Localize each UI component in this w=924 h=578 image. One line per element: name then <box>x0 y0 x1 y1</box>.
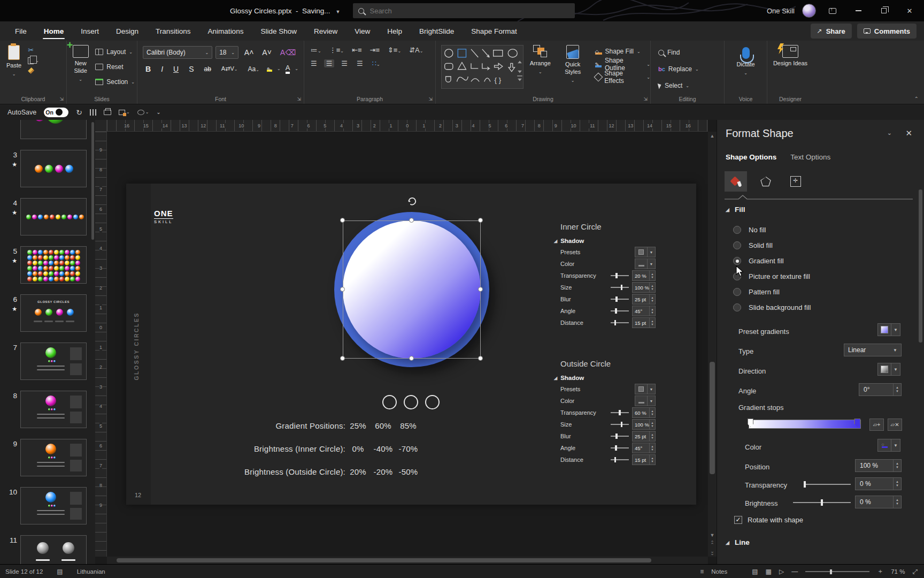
align-center-button[interactable]: ☰ <box>324 59 335 67</box>
font-color-button[interactable]: A <box>286 64 290 74</box>
radio-icon[interactable] <box>733 288 741 296</box>
shadow-section-header[interactable]: ◢Shadow <box>554 238 656 244</box>
slider-thumb[interactable] <box>621 422 623 427</box>
brightness-spinner[interactable]: 0 %▲▼ <box>855 496 902 508</box>
document-title[interactable]: Glossy Circles.pptx - Saving...▼ <box>230 7 340 15</box>
pane-close-icon[interactable]: ✕ <box>905 128 912 138</box>
slide-thumbnail-7[interactable] <box>20 343 87 380</box>
justify-button[interactable]: ☰ <box>355 59 365 67</box>
normal-view-button[interactable]: ▤ <box>752 568 758 575</box>
presets-dropdown[interactable]: ▼ <box>635 247 656 257</box>
spinner-arrows[interactable]: ▲▼ <box>649 271 655 280</box>
slide-canvas[interactable]: GLOSSY CIRCLES ONE SKILL <box>107 132 708 557</box>
shadow-section-header[interactable]: ◢Shadow <box>554 375 656 381</box>
strikethrough-button[interactable]: ab <box>201 65 213 73</box>
design-ideas-button[interactable]: Design Ideas <box>767 41 813 67</box>
transparency-spinner[interactable]: 20 %▲▼ <box>632 270 656 281</box>
radio-icon[interactable] <box>733 257 741 265</box>
format-painter-button[interactable] <box>28 67 39 74</box>
selection-handle[interactable] <box>409 218 414 223</box>
avatar[interactable] <box>802 4 816 18</box>
shape-effects-button[interactable]: Shape Effects⌄ <box>595 71 650 83</box>
zoom-out-button[interactable]: — <box>791 568 798 575</box>
repeat-icon[interactable]: ↻ <box>76 108 82 117</box>
slide-thumbnail-10[interactable] <box>20 487 87 524</box>
slide-thumbnail-9[interactable] <box>20 439 87 476</box>
text-direction-button[interactable]: ⇵A⌄ <box>407 46 425 54</box>
size-properties-icon[interactable] <box>784 171 807 192</box>
stop-color-dropdown[interactable]: ◌▼ <box>877 439 900 452</box>
oval-shape-icon[interactable]: ⌄ <box>137 110 149 115</box>
spinner-arrows[interactable]: ▲▼ <box>649 306 655 316</box>
vertical-scrollbar-thumb[interactable] <box>710 362 715 474</box>
decrease-font-button[interactable]: A˅ <box>259 48 274 57</box>
scroll-down-icon[interactable]: ▼ <box>710 531 715 539</box>
transparency-slider[interactable] <box>804 481 851 488</box>
transparency-spinner[interactable]: 0 %▲▼ <box>855 477 902 490</box>
quick-styles-button[interactable]: Quick Styles⌄ <box>557 41 589 89</box>
rotate-handle[interactable] <box>407 196 417 206</box>
fill-option-gradient-fill[interactable]: Gradient fill <box>733 257 784 265</box>
clipboard-dialog-launcher[interactable]: ⇲ <box>59 96 64 102</box>
blur-slider[interactable] <box>611 433 629 439</box>
increase-indent-button[interactable]: ⇥≡ <box>367 46 381 54</box>
minimize-button[interactable] <box>849 3 867 18</box>
font-size-select[interactable]: 18⌄ <box>215 46 238 59</box>
replace-button[interactable]: bcReplace⌄ <box>658 63 724 75</box>
zoom-level[interactable]: 71 % <box>891 568 905 575</box>
line-section-header[interactable]: ◢ Line <box>726 538 750 546</box>
arrange-button[interactable]: Arrange⌄ <box>530 41 551 89</box>
slide-thumbnail-6[interactable]: GLOSSY CIRCLES <box>20 294 87 332</box>
selection-handle[interactable] <box>478 218 483 223</box>
scroll-up-icon[interactable]: ▲ <box>710 132 715 140</box>
ribbon-tab-brightslide[interactable]: BrightSlide <box>411 21 463 41</box>
size-spinner[interactable]: 100 %▲▼ <box>632 282 656 293</box>
copy-button[interactable]: ⌄ <box>28 57 39 64</box>
effects-icon[interactable] <box>754 171 777 192</box>
notes-button[interactable]: Notes <box>711 568 727 575</box>
collapse-ribbon-button[interactable]: ⌃ <box>914 96 919 102</box>
slide-thumbnail-5[interactable] <box>20 246 87 284</box>
gradient-stops-bar[interactable] <box>749 420 861 429</box>
shape-fill-button[interactable]: ◇Shape Fill⌄ <box>595 45 650 58</box>
ribbon-tab-shape-format[interactable]: Shape Format <box>463 21 526 41</box>
align-left-button[interactable]: ☰ <box>309 59 319 67</box>
bullets-button[interactable]: ≔⌄ <box>309 46 324 54</box>
radio-icon[interactable] <box>733 226 741 234</box>
autosave-toggle[interactable]: On <box>44 108 68 117</box>
next-slide-button[interactable]: ⌄⌄ <box>710 548 714 557</box>
angle-spinner[interactable]: 45°▲▼ <box>632 306 656 316</box>
close-button[interactable]: ✕ <box>900 3 919 18</box>
fill-option-no-fill[interactable]: No fill <box>733 226 766 234</box>
fill-option-pattern-fill[interactable]: Pattern fill <box>733 288 780 296</box>
spinner-arrows[interactable]: ▲▼ <box>649 420 655 429</box>
spinner-arrows[interactable]: ▲▼ <box>649 283 655 292</box>
presets-dropdown[interactable]: ▼ <box>635 384 656 394</box>
shadow-button[interactable]: S <box>186 65 196 73</box>
ribbon-display-options-button[interactable] <box>823 3 842 18</box>
slider-thumb[interactable] <box>615 296 618 302</box>
ribbon-tab-view[interactable]: View <box>346 21 379 41</box>
blur-spinner[interactable]: 25 pt▲▼ <box>632 294 656 305</box>
numbering-button[interactable]: ⋮≡⌄ <box>327 46 346 54</box>
transparency-slider[interactable] <box>611 272 629 279</box>
new-slide-button[interactable]: New Slide⌄ <box>72 41 89 88</box>
fill-option-picture-or-texture-fill[interactable]: Picture or texture fill <box>733 272 810 280</box>
restore-button[interactable] <box>875 3 893 18</box>
shape-format-icon[interactable]: ⌄ <box>119 110 130 115</box>
selection-handle[interactable] <box>478 287 483 292</box>
distance-spinner[interactable]: 15 pt▲▼ <box>632 454 656 465</box>
ribbon-tab-file[interactable]: File <box>6 21 35 41</box>
horizontal-scrollbar-thumb[interactable] <box>117 558 651 562</box>
thumbnail-scrollbar[interactable] <box>91 122 94 240</box>
layout-button[interactable]: Layout⌄ <box>93 46 137 58</box>
clear-formatting-button[interactable]: A⌫ <box>278 48 298 57</box>
align-right-button[interactable]: ☰ <box>339 59 350 67</box>
reset-button[interactable]: Reset <box>93 61 137 73</box>
share-button[interactable]: ↗Share <box>811 24 852 39</box>
horizontal-ruler[interactable]: 1615141312111098765432101234567891011121… <box>107 120 708 132</box>
color-dropdown[interactable]: ▼ <box>635 396 656 406</box>
selection-handle[interactable] <box>409 356 414 361</box>
spinner-arrows[interactable]: ▲▼ <box>649 294 655 304</box>
tab-shape-options[interactable]: Shape Options <box>726 153 776 161</box>
